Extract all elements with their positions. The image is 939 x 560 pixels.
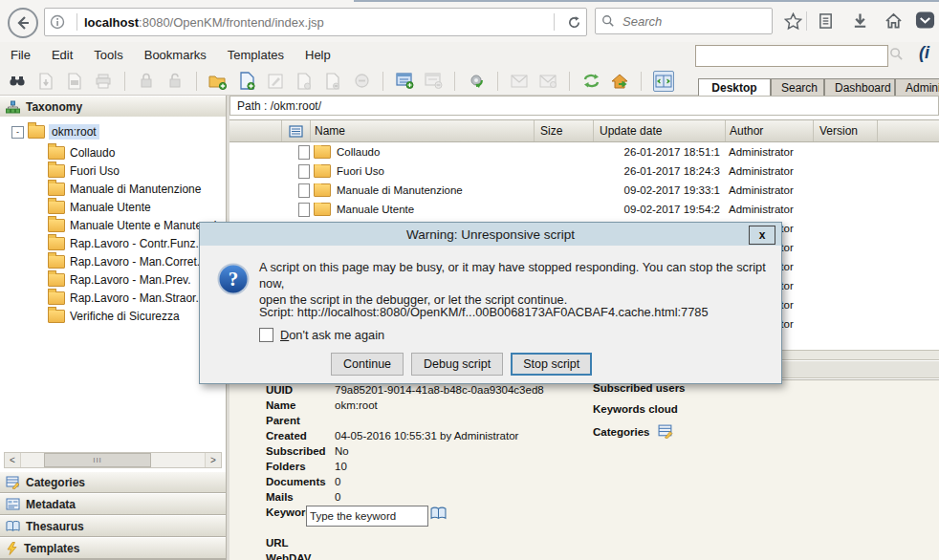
table-row[interactable]: Manuale Utente 09-02-2017 19:54:2 Admini… <box>229 200 939 219</box>
taxonomy-panel-label: Taxonomy <box>26 100 82 114</box>
find-icon[interactable] <box>8 72 27 91</box>
send-link-icon <box>510 72 529 91</box>
keyword-input[interactable] <box>306 506 428 527</box>
scrollbar-thumb[interactable]: III <box>44 453 151 467</box>
dont-ask-checkbox-row[interactable]: Don't ask me again <box>259 328 384 342</box>
cell-update-date: 09-02-2017 19:33:1 <box>624 184 720 196</box>
categories-edit-icon[interactable] <box>658 424 673 439</box>
prop-value: 0 <box>335 491 340 503</box>
tree-item[interactable]: Manuale Utente <box>48 198 226 216</box>
checkbox-icon[interactable] <box>259 328 273 342</box>
reload-icon[interactable] <box>561 10 586 34</box>
app-search-input[interactable] <box>695 45 888 67</box>
categories-label: Categories <box>593 426 649 438</box>
tree-root-row[interactable]: - okm:root <box>11 124 226 140</box>
table-row[interactable]: Fuori Uso 26-01-2017 18:24:3 Administrat… <box>229 162 939 181</box>
folder-icon <box>48 255 65 269</box>
continue-button[interactable]: Continue <box>331 353 404 376</box>
prop-label: Documents <box>266 476 335 487</box>
dialog-title-bar[interactable]: Warning: Unresponsive script x <box>200 223 781 246</box>
tree-horizontal-scrollbar[interactable]: < III > <box>4 452 222 468</box>
split-panel-icon[interactable] <box>653 71 674 92</box>
menu-bookmarks[interactable]: Bookmarks <box>134 48 217 62</box>
document-download-icon <box>36 72 55 91</box>
folder-icon <box>314 164 331 178</box>
table-row[interactable]: Manuale di Manutenzione 09-02-2017 19:33… <box>229 181 939 200</box>
svg-text:?: ? <box>229 268 239 291</box>
close-icon[interactable]: x <box>749 226 775 245</box>
cell-name: Fuori Uso <box>337 165 384 177</box>
thesaurus-panel-header[interactable]: Thesaurus <box>0 515 226 537</box>
column-version[interactable]: Version <box>813 120 877 141</box>
templates-panel-header[interactable]: Templates <box>0 537 226 559</box>
debug-script-button[interactable]: Debug script <box>411 353 503 376</box>
table-row[interactable]: Collaudo 26-01-2017 18:51:1 Administrato… <box>229 142 939 162</box>
toolbar-separator <box>196 72 197 91</box>
info-icon[interactable] <box>45 10 70 34</box>
menu-help[interactable]: Help <box>295 48 341 62</box>
dialog-message-line1: A script on this page may be busy, or it… <box>259 259 766 291</box>
download-icon[interactable] <box>847 9 872 33</box>
row-checkbox[interactable] <box>298 183 310 198</box>
browser-search-bar[interactable] <box>595 8 773 34</box>
categories-panel-header[interactable]: Categories <box>0 471 226 493</box>
tab-dashboard[interactable]: Dashboard <box>824 78 895 96</box>
collapse-icon[interactable]: - <box>11 126 24 139</box>
tab-administration[interactable]: Administration <box>895 78 939 96</box>
cancel-checkout-icon <box>323 72 342 91</box>
browser-search-input[interactable] <box>621 13 739 30</box>
refresh-icon[interactable] <box>581 72 601 91</box>
workflow-icon[interactable] <box>467 72 486 91</box>
go-home-icon[interactable] <box>610 72 629 91</box>
metadata-panel-header[interactable]: Metadata <box>0 493 226 515</box>
prop-value: 79a85201-9014-41a8-b48c-0aa9304c3ed8 <box>335 384 544 396</box>
templates-icon <box>6 542 18 555</box>
menu-file[interactable]: File <box>0 48 41 62</box>
pocket-icon[interactable] <box>912 8 937 32</box>
star-icon[interactable] <box>780 9 805 33</box>
select-all-icon[interactable] <box>281 120 310 141</box>
folder-icon <box>314 145 331 159</box>
column-author[interactable]: Author <box>725 120 813 141</box>
back-button[interactable] <box>8 8 38 38</box>
cell-update-date: 09-02-2017 19:54:2 <box>624 204 720 215</box>
scroll-right-icon[interactable]: > <box>205 453 221 467</box>
menu-edit[interactable]: Edit <box>41 48 83 62</box>
dialog-title: Warning: Unresponsive script <box>406 227 575 242</box>
tree-item-label: Verifiche di Sicurezza <box>70 310 180 323</box>
tree-item[interactable]: Fuori Uso <box>48 162 226 180</box>
menu-tools[interactable]: Tools <box>83 48 133 62</box>
add-property-group-icon[interactable] <box>395 72 414 91</box>
row-checkbox[interactable] <box>298 164 310 179</box>
row-checkbox[interactable] <box>298 203 310 217</box>
openkm-logo-fragment: (i <box>919 43 929 63</box>
url-path: :8080/OpenKM/frontend/index.jsp <box>139 15 324 30</box>
tree-item-label: Fuori Uso <box>70 164 120 178</box>
keyword-book-icon[interactable] <box>430 506 447 520</box>
app-search-icon[interactable] <box>889 47 904 61</box>
create-folder-icon[interactable] <box>208 72 228 91</box>
send-attachment-icon <box>538 72 557 91</box>
taxonomy-panel-header[interactable]: Taxonomy <box>0 96 226 118</box>
create-document-icon[interactable] <box>237 72 256 91</box>
tab-strip-edge <box>354 0 939 2</box>
bookmarks-list-icon[interactable] <box>813 9 838 33</box>
document-pdf-icon <box>65 72 84 91</box>
stop-script-button[interactable]: Stop script <box>511 353 592 376</box>
scroll-left-icon[interactable]: < <box>5 453 21 467</box>
folder-icon <box>48 291 65 305</box>
toolbar-separator <box>124 72 125 91</box>
column-size[interactable]: Size <box>534 120 593 141</box>
column-update-date[interactable]: Update date <box>593 120 725 141</box>
column-name[interactable]: Name <box>310 120 534 141</box>
menu-templates[interactable]: Templates <box>217 48 295 62</box>
url-bar[interactable]: localhost:8080/OpenKM/frontend/index.jsp <box>44 8 587 36</box>
tree-item[interactable]: Collaudo <box>48 143 226 162</box>
tab-search[interactable]: Search <box>771 78 824 96</box>
tab-desktop[interactable]: Desktop <box>698 78 771 96</box>
row-checkbox[interactable] <box>298 145 310 160</box>
tree-root-label[interactable]: okm:root <box>49 124 99 140</box>
home-icon[interactable] <box>881 9 906 33</box>
cell-author: Administrator <box>729 184 794 196</box>
tree-item[interactable]: Manuale di Manutenzione <box>48 180 226 198</box>
